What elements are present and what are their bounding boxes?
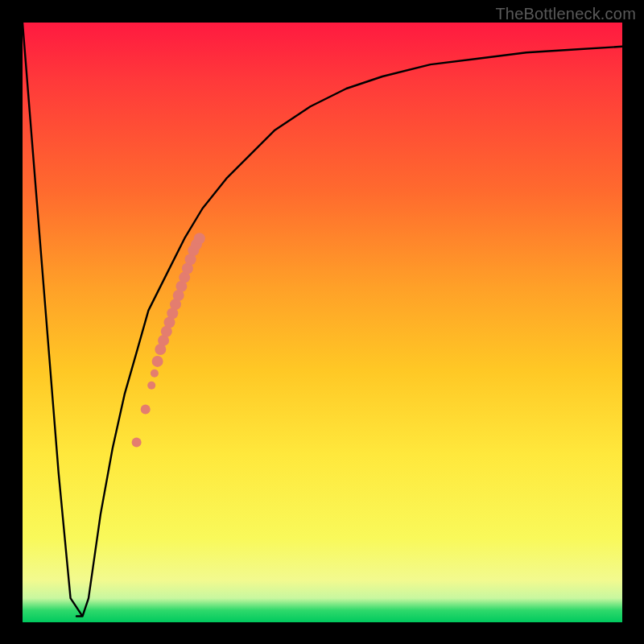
- chart-marker: [194, 233, 205, 244]
- chart-svg: [23, 23, 622, 622]
- chart-markers: [132, 233, 205, 447]
- chart-marker: [151, 369, 159, 378]
- watermark-label: TheBottleneck.com: [495, 5, 636, 23]
- chart-marker: [152, 356, 163, 367]
- chart-plot-area: [23, 23, 622, 622]
- chart-marker: [141, 405, 151, 415]
- chart-marker: [147, 382, 155, 390]
- chart-curve: [23, 23, 622, 617]
- chart-container: TheBottleneck.com: [0, 0, 644, 644]
- chart-marker: [132, 438, 142, 448]
